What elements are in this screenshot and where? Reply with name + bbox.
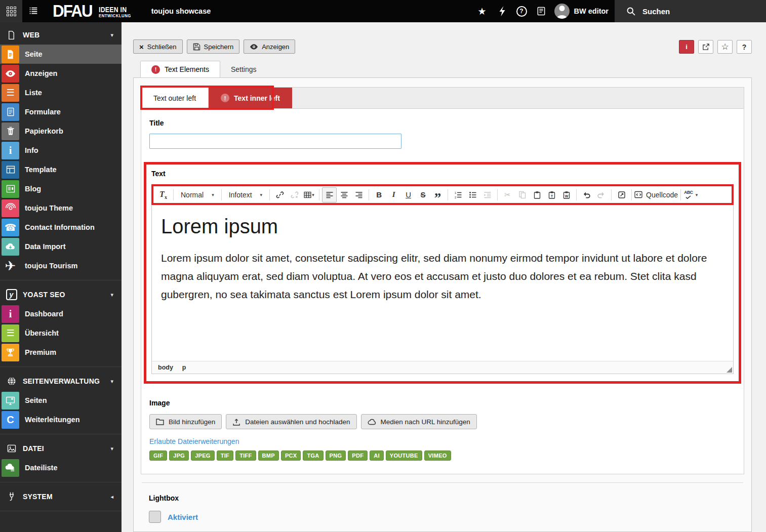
record-form-panel: Text outer left ! Text inner left Title … — [133, 78, 752, 532]
sidebar-item-blog[interactable]: Blog — [0, 179, 122, 198]
sidebar-section-yoast-seo[interactable]: y YOAST SEO ▾ — [0, 285, 122, 304]
extension-badge: PCX — [281, 451, 301, 461]
paste-button[interactable] — [530, 187, 544, 202]
lightbox-field-section: Lightbox Aktiviert — [141, 483, 744, 532]
table-button[interactable]: ▾ — [302, 187, 316, 202]
open-in-new-window-button[interactable] — [698, 40, 713, 54]
sidebar-item-uebersicht[interactable]: ☰ Übersicht — [0, 323, 122, 343]
unlink-button[interactable] — [287, 187, 302, 202]
sidebar-item-anzeigen[interactable]: Anzeigen — [0, 64, 122, 83]
rich-text-editor: Tx Normal▾ Infotext▾ ▾ — [151, 184, 734, 374]
svg-text:1: 1 — [455, 191, 457, 194]
text-field-label: Text — [151, 170, 734, 178]
sidebar-item-info[interactable]: i Info — [0, 141, 122, 160]
select-upload-files-button[interactable]: Dateien auswählen und hochladen — [226, 414, 356, 429]
remove-format-button[interactable]: Tx — [156, 187, 171, 202]
lightbox-checkbox[interactable] — [149, 511, 161, 523]
indent-button[interactable] — [480, 187, 495, 202]
bullet-list-button[interactable] — [465, 187, 480, 202]
sidebar-section-seitenverwaltung[interactable]: SEITENVERWALTUNG ▾ — [0, 372, 122, 391]
sidebar-divider — [0, 366, 122, 367]
site-name: toujou showcase — [151, 7, 211, 15]
module-menu: WEB ▾ Seite Anzeigen ☰ Liste Formulare P… — [0, 22, 122, 532]
paragraph-format-dropdown[interactable]: Normal▾ — [176, 191, 219, 199]
sidebar-item-dateiliste[interactable]: Dateiliste — [0, 458, 122, 477]
paste-as-text-button[interactable]: T — [544, 187, 559, 202]
link-button[interactable] — [272, 187, 287, 202]
copy-button[interactable] — [515, 187, 530, 202]
editor-content[interactable]: Lorem ipsum Lorem ipsum dolor sit amet, … — [152, 205, 733, 361]
pagetree-toggle-button[interactable] — [22, 0, 45, 22]
redo-button[interactable] — [594, 187, 609, 202]
sidebar-item-toujou-theme[interactable]: toujou Theme — [0, 198, 122, 218]
styles-dropdown[interactable]: Infotext▾ — [224, 191, 267, 199]
chevron-down-icon: ▾ — [260, 192, 263, 197]
maximize-button[interactable] — [614, 187, 629, 202]
align-left-button[interactable] — [322, 187, 337, 202]
sidebar-item-contact-information[interactable]: ☎ Contact Information — [0, 218, 122, 237]
underline-button[interactable]: U — [401, 187, 416, 202]
sidebar-section-system[interactable]: SYSTEM ◂ — [0, 487, 122, 506]
topbar: DFAU IDEEN IN ENTWICKLUNG toujou showcas… — [0, 0, 766, 22]
bookmark-button[interactable]: ☆ — [717, 40, 733, 54]
search-button[interactable]: Suchen — [615, 0, 766, 22]
title-input[interactable] — [149, 134, 401, 149]
add-image-button[interactable]: Bild hinzufügen — [149, 414, 222, 429]
sidebar-item-weiterleitungen[interactable]: C Weiterleitungen — [0, 410, 122, 429]
sidebar-item-seite[interactable]: Seite — [0, 45, 122, 64]
content-area: × Schließen Speichern Anzeigen i ☆ ? ! T… — [122, 22, 766, 532]
sidebar-item-liste[interactable]: ☰ Liste — [0, 83, 122, 102]
record-info-button[interactable]: i — [679, 40, 694, 54]
user-menu[interactable]: BW editor — [551, 4, 615, 19]
italic-button[interactable]: I — [386, 187, 401, 202]
source-code-button[interactable]: Quellcode — [634, 187, 678, 202]
align-center-button[interactable] — [337, 187, 351, 202]
bookmark-star-icon[interactable]: ★ — [472, 0, 492, 22]
tab-text-elements[interactable]: ! Text Elements — [140, 61, 220, 77]
documentation-icon[interactable] — [532, 0, 551, 22]
sidebar-item-template[interactable]: Template — [0, 160, 122, 179]
help-icon[interactable]: ? — [512, 0, 532, 22]
sidebar-item-toujou-tourism[interactable]: ✈ toujou Tourism — [0, 256, 122, 275]
sidebar-item-dashboard[interactable]: i Dashboard — [0, 304, 122, 323]
path-body[interactable]: body — [158, 364, 173, 371]
tab-settings[interactable]: Settings — [220, 61, 267, 77]
subtab-text-outer-left[interactable]: Text outer left — [141, 88, 209, 108]
undo-button[interactable] — [579, 187, 594, 202]
spellcheck-button[interactable]: ABC ▾ — [683, 187, 698, 202]
paste-from-word-button[interactable]: W — [559, 187, 574, 202]
sidebar-item-seiten[interactable]: Seiten — [0, 391, 122, 410]
floppy-icon — [193, 43, 200, 51]
resize-grip[interactable] — [727, 367, 732, 373]
cut-button[interactable]: ✂ — [500, 187, 515, 202]
cloud-icon — [368, 419, 376, 425]
record-tabs: ! Text Elements Settings — [133, 61, 752, 78]
close-button[interactable]: × Schließen — [133, 39, 183, 54]
clear-cache-bolt-icon[interactable] — [492, 0, 512, 22]
sidebar-section-datei[interactable]: DATEI ▾ — [0, 439, 122, 458]
allowed-extensions-link[interactable]: Erlaubte Dateierweiterungen — [149, 437, 239, 445]
sidebar-item-premium[interactable]: Premium — [0, 343, 122, 362]
image-icon — [0, 443, 23, 454]
view-button[interactable]: Anzeigen — [244, 39, 295, 54]
modules-grid-button[interactable] — [0, 0, 22, 22]
subtab-text-inner-left[interactable]: ! Text inner left — [209, 88, 292, 108]
sidebar-item-formulare[interactable]: Formulare — [0, 102, 122, 121]
blockquote-button[interactable]: ” — [430, 187, 445, 202]
fingerprint-icon — [2, 199, 19, 217]
plug-icon — [0, 492, 23, 502]
sidebar-item-papierkorb[interactable]: Papierkorb — [0, 121, 122, 141]
help-button[interactable]: ? — [737, 40, 752, 54]
path-p[interactable]: p — [182, 364, 186, 371]
bold-button[interactable]: B — [372, 187, 386, 202]
sidebar-divider — [0, 434, 122, 434]
lightbox-checkbox-label[interactable]: Aktiviert — [168, 513, 198, 521]
strikethrough-button[interactable]: S — [416, 187, 430, 202]
sidebar-section-web[interactable]: WEB ▾ — [0, 25, 122, 45]
save-button[interactable]: Speichern — [187, 39, 240, 54]
dfau-logo[interactable]: DFAU IDEEN IN ENTWICKLUNG — [53, 4, 138, 19]
sidebar-item-data-import[interactable]: Data Import — [0, 237, 122, 256]
add-media-by-url-button[interactable]: Medien nach URL hinzufügen — [361, 414, 477, 429]
align-right-button[interactable] — [351, 187, 366, 202]
ordered-list-button[interactable]: 12 — [451, 187, 465, 202]
